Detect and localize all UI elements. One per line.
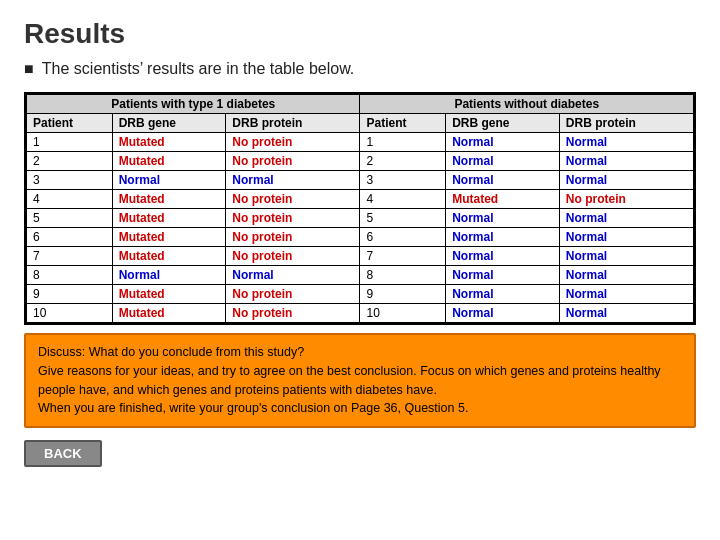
bullet-icon: ■ bbox=[24, 60, 34, 78]
patient2-drb-gene: Normal bbox=[446, 209, 560, 228]
page-title: Results bbox=[24, 18, 696, 50]
patient2-drb-gene: Normal bbox=[446, 266, 560, 285]
patient2-id: 4 bbox=[360, 190, 446, 209]
patient1-drb-gene: Mutated bbox=[112, 152, 226, 171]
patient1-drb-protein: No protein bbox=[226, 209, 360, 228]
group2-header: Patients without diabetes bbox=[360, 95, 694, 114]
col-drb-gene2: DRB gene bbox=[446, 114, 560, 133]
patient1-id: 9 bbox=[27, 285, 113, 304]
patient1-drb-gene: Normal bbox=[112, 171, 226, 190]
table-row: 6MutatedNo protein6NormalNormal bbox=[27, 228, 694, 247]
patient1-id: 1 bbox=[27, 133, 113, 152]
patient2-id: 9 bbox=[360, 285, 446, 304]
results-table: Patients with type 1 diabetes Patients w… bbox=[26, 94, 694, 323]
group1-header: Patients with type 1 diabetes bbox=[27, 95, 360, 114]
patient2-drb-gene: Normal bbox=[446, 228, 560, 247]
patient2-drb-protein: Normal bbox=[559, 304, 693, 323]
patient2-drb-protein: Normal bbox=[559, 228, 693, 247]
patient1-id: 6 bbox=[27, 228, 113, 247]
col-drb-protein1: DRB protein bbox=[226, 114, 360, 133]
patient1-drb-gene: Normal bbox=[112, 266, 226, 285]
patient1-drb-protein: No protein bbox=[226, 228, 360, 247]
page: Results ■ The scientists’ results are in… bbox=[0, 0, 720, 540]
patient2-drb-protein: Normal bbox=[559, 152, 693, 171]
table-row: 2MutatedNo protein2NormalNormal bbox=[27, 152, 694, 171]
patient2-drb-protein: Normal bbox=[559, 285, 693, 304]
col-patient1: Patient bbox=[27, 114, 113, 133]
patient1-id: 10 bbox=[27, 304, 113, 323]
patient2-drb-gene: Normal bbox=[446, 304, 560, 323]
patient1-id: 4 bbox=[27, 190, 113, 209]
table-row: 10MutatedNo protein10NormalNormal bbox=[27, 304, 694, 323]
patient2-drb-protein: Normal bbox=[559, 247, 693, 266]
patient1-id: 7 bbox=[27, 247, 113, 266]
patient2-id: 5 bbox=[360, 209, 446, 228]
col-drb-gene1: DRB gene bbox=[112, 114, 226, 133]
patient1-drb-protein: No protein bbox=[226, 304, 360, 323]
patient2-id: 3 bbox=[360, 171, 446, 190]
results-table-container: Patients with type 1 diabetes Patients w… bbox=[24, 92, 696, 325]
col-patient2: Patient bbox=[360, 114, 446, 133]
patient2-drb-gene: Normal bbox=[446, 133, 560, 152]
patient2-id: 6 bbox=[360, 228, 446, 247]
patient2-id: 10 bbox=[360, 304, 446, 323]
patient1-drb-gene: Mutated bbox=[112, 190, 226, 209]
patient1-drb-protein: Normal bbox=[226, 171, 360, 190]
patient2-drb-protein: Normal bbox=[559, 266, 693, 285]
patient2-drb-protein: Normal bbox=[559, 133, 693, 152]
patient2-id: 1 bbox=[360, 133, 446, 152]
table-row: 1MutatedNo protein1NormalNormal bbox=[27, 133, 694, 152]
patient2-id: 8 bbox=[360, 266, 446, 285]
patient1-drb-gene: Mutated bbox=[112, 304, 226, 323]
patient1-drb-protein: No protein bbox=[226, 152, 360, 171]
patient1-drb-gene: Mutated bbox=[112, 133, 226, 152]
patient2-drb-gene: Normal bbox=[446, 247, 560, 266]
patient1-id: 2 bbox=[27, 152, 113, 171]
patient1-drb-gene: Mutated bbox=[112, 228, 226, 247]
patient1-id: 3 bbox=[27, 171, 113, 190]
patient1-drb-gene: Mutated bbox=[112, 285, 226, 304]
table-row: 9MutatedNo protein9NormalNormal bbox=[27, 285, 694, 304]
patient1-drb-protein: No protein bbox=[226, 133, 360, 152]
table-row: 8NormalNormal8NormalNormal bbox=[27, 266, 694, 285]
patient1-id: 8 bbox=[27, 266, 113, 285]
back-button[interactable]: BACK bbox=[24, 440, 102, 467]
patient1-drb-gene: Mutated bbox=[112, 209, 226, 228]
table-row: 3NormalNormal3NormalNormal bbox=[27, 171, 694, 190]
patient2-drb-gene: Normal bbox=[446, 285, 560, 304]
patient2-drb-gene: Normal bbox=[446, 171, 560, 190]
patient1-drb-protein: No protein bbox=[226, 247, 360, 266]
patient2-drb-protein: Normal bbox=[559, 171, 693, 190]
patient1-drb-protein: No protein bbox=[226, 190, 360, 209]
patient2-drb-gene: Normal bbox=[446, 152, 560, 171]
table-row: 7MutatedNo protein7NormalNormal bbox=[27, 247, 694, 266]
patient2-drb-protein: No protein bbox=[559, 190, 693, 209]
patient2-drb-protein: Normal bbox=[559, 209, 693, 228]
patient1-drb-gene: Mutated bbox=[112, 247, 226, 266]
subtitle: ■ The scientists’ results are in the tab… bbox=[24, 60, 696, 78]
patient2-id: 7 bbox=[360, 247, 446, 266]
discuss-box: Discuss: What do you conclude from this … bbox=[24, 333, 696, 428]
patient1-drb-protein: Normal bbox=[226, 266, 360, 285]
discuss-text: Discuss: What do you conclude from this … bbox=[38, 345, 661, 415]
patient2-drb-gene: Mutated bbox=[446, 190, 560, 209]
col-drb-protein2: DRB protein bbox=[559, 114, 693, 133]
patient2-id: 2 bbox=[360, 152, 446, 171]
table-row: 5MutatedNo protein5NormalNormal bbox=[27, 209, 694, 228]
patient1-drb-protein: No protein bbox=[226, 285, 360, 304]
table-row: 4MutatedNo protein4MutatedNo protein bbox=[27, 190, 694, 209]
subtitle-text: The scientists’ results are in the table… bbox=[42, 60, 354, 77]
patient1-id: 5 bbox=[27, 209, 113, 228]
